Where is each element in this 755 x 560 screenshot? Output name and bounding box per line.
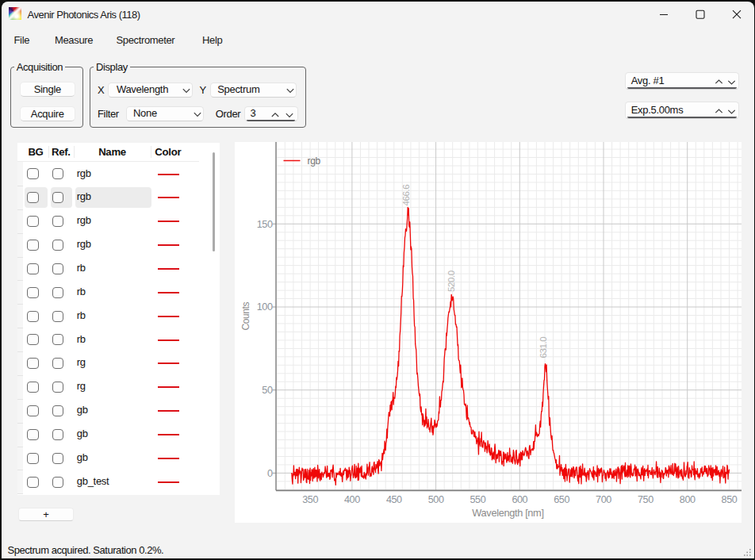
svg-text:631.0: 631.0 <box>538 337 548 359</box>
svg-text:500: 500 <box>428 494 444 505</box>
svg-text:150: 150 <box>257 219 273 230</box>
svg-text:520.0: 520.0 <box>446 270 456 292</box>
svg-text:800: 800 <box>680 494 696 505</box>
svg-text:rgb: rgb <box>308 155 321 167</box>
svg-text:400: 400 <box>344 494 360 505</box>
svg-text:466.6: 466.6 <box>401 185 411 206</box>
svg-text:50: 50 <box>262 385 273 396</box>
svg-text:Counts: Counts <box>240 301 251 330</box>
svg-text:650: 650 <box>554 494 569 505</box>
svg-text:700: 700 <box>596 494 611 505</box>
svg-text:850: 850 <box>722 494 738 505</box>
svg-text:Wavelength [nm]: Wavelength [nm] <box>472 507 543 519</box>
svg-text:0: 0 <box>267 468 273 479</box>
svg-text:550: 550 <box>469 494 485 505</box>
svg-text:100: 100 <box>257 301 273 313</box>
svg-text:350: 350 <box>302 494 318 505</box>
svg-text:600: 600 <box>512 494 527 505</box>
svg-text:450: 450 <box>386 494 402 505</box>
svg-text:750: 750 <box>638 494 653 505</box>
